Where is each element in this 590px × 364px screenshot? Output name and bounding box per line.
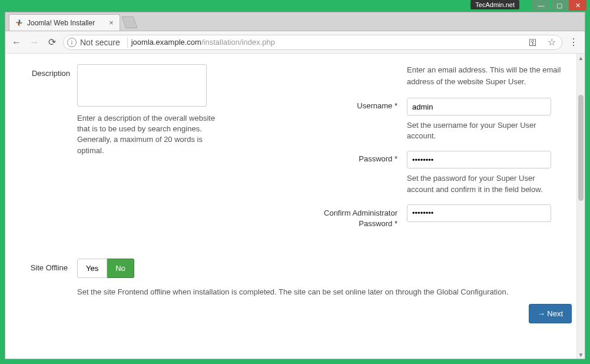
site-info-icon[interactable]: i	[67, 38, 77, 47]
forward-button[interactable]: →	[28, 37, 41, 48]
email-help: Enter an email address. This will be the…	[407, 64, 572, 87]
site-offline-toggle: Yes No	[77, 259, 572, 278]
next-button[interactable]: → Next	[529, 304, 572, 323]
password-help: Set the password for your Super User acc…	[407, 173, 560, 194]
browser-window: Joomla! Web Installer × ← → ⟳ i Not secu…	[5, 12, 585, 359]
window-titlebar: TecAdmin.net — ▢ ✕	[0, 0, 590, 12]
password-input[interactable]	[407, 151, 551, 168]
scroll-up-icon[interactable]: ▲	[577, 54, 585, 62]
joomla-favicon-icon	[14, 18, 24, 28]
url-path: /installation/index.php	[201, 38, 275, 47]
site-offline-help: Set the site Frontend offline when insta…	[77, 286, 572, 298]
username-label: Username *	[301, 98, 407, 141]
username-help: Set the username for your Super User acc…	[407, 120, 560, 141]
scroll-thumb[interactable]	[578, 95, 584, 201]
confirm-password-input[interactable]	[407, 204, 551, 222]
password-key-icon[interactable]: ⚿	[526, 38, 539, 47]
username-input[interactable]	[407, 98, 551, 115]
bookmark-star-icon[interactable]: ☆	[545, 37, 558, 48]
tab-title: Joomla! Web Installer	[27, 19, 95, 27]
browser-toolbar: ← → ⟳ i Not secure joomla.example.com/in…	[5, 31, 585, 54]
window-close-button[interactable]: ✕	[569, 0, 586, 11]
site-offline-yes-button[interactable]: Yes	[77, 259, 107, 278]
browser-tab[interactable]: Joomla! Web Installer ×	[9, 14, 120, 31]
description-label: Description	[18, 64, 77, 78]
page-content: Description Enter a description of the o…	[5, 54, 585, 359]
vertical-scrollbar[interactable]: ▲ ▼	[576, 54, 585, 359]
new-tab-button[interactable]	[121, 16, 137, 28]
url-domain: joomla.example.com	[131, 38, 201, 47]
window-maximize-button[interactable]: ▢	[551, 0, 568, 11]
site-offline-label: Site Offline	[18, 259, 77, 298]
arrow-right-icon: →	[538, 309, 545, 318]
back-button[interactable]: ←	[10, 37, 23, 48]
window-minimize-button[interactable]: —	[532, 0, 550, 11]
not-secure-label: Not secure	[80, 38, 120, 47]
omnibox-divider	[127, 37, 128, 48]
description-help: Enter a description of the overall websi…	[77, 113, 224, 156]
site-offline-no-button[interactable]: No	[107, 259, 134, 278]
confirm-password-label: Confirm Administrator Password *	[301, 204, 407, 229]
next-button-label: Next	[547, 309, 563, 318]
address-bar[interactable]: i Not secure joomla.example.com/installa…	[63, 35, 562, 50]
password-label: Password *	[301, 151, 407, 194]
scroll-down-icon[interactable]: ▼	[577, 350, 585, 359]
reload-button[interactable]: ⟳	[45, 37, 58, 48]
description-input[interactable]	[77, 64, 207, 107]
browser-menu-button[interactable]: ⋮	[567, 37, 580, 48]
titlebar-watermark: TecAdmin.net	[470, 0, 519, 9]
tab-close-icon[interactable]: ×	[109, 19, 114, 27]
tab-strip: Joomla! Web Installer ×	[5, 12, 585, 31]
